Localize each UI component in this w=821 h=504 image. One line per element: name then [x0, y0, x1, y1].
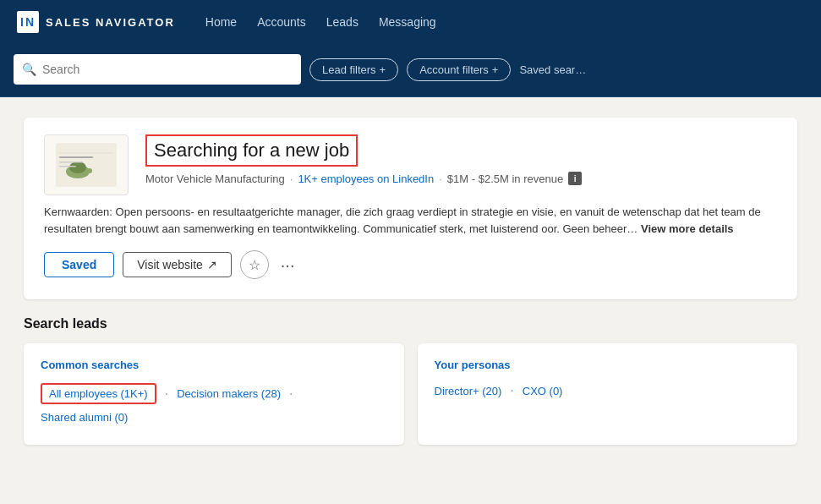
common-searches-links: All employees (1K+) · Decision makers (2…: [41, 383, 387, 404]
shared-alumni-link[interactable]: Shared alumni (0): [41, 411, 387, 424]
nav-accounts[interactable]: Accounts: [257, 15, 306, 29]
brand-logo[interactable]: in SALES NAVIGATOR: [17, 11, 175, 33]
decision-makers-link[interactable]: Decision makers (28): [177, 387, 281, 400]
navigation: in SALES NAVIGATOR Home Accounts Leads M…: [0, 0, 821, 44]
your-personas-card: Your personas Director+ (20) · CXO (0): [418, 343, 798, 445]
view-more-link[interactable]: View more details: [641, 222, 734, 235]
search-input[interactable]: [14, 54, 301, 85]
search-bar: 🔍 Lead filters + Account filters + Saved…: [0, 44, 821, 97]
linkedin-logo-box: in: [17, 11, 39, 33]
svg-point-4: [69, 162, 86, 173]
search-input-container: 🔍: [14, 54, 301, 85]
dot-separator-1: ·: [165, 386, 168, 402]
common-searches-title: Common searches: [41, 359, 387, 371]
leads-cards-row: Common searches All employees (1K+) · De…: [24, 343, 797, 445]
dot-separator-3: ·: [510, 383, 513, 398]
all-employees-link[interactable]: All employees (1K+): [41, 383, 156, 404]
svg-rect-6: [59, 156, 93, 158]
saved-button[interactable]: Saved: [44, 252, 114, 277]
meta-separator-1: ·: [290, 173, 293, 185]
account-card: Searching for a new job Motor Vehicle Ma…: [24, 118, 797, 299]
account-description: Kernwaarden: Open persoons- en resultaat…: [44, 204, 777, 237]
brand-name: SALES NAVIGATOR: [46, 16, 175, 29]
svg-rect-1: [56, 143, 117, 187]
account-card-header: Searching for a new job Motor Vehicle Ma…: [44, 134, 777, 195]
account-name[interactable]: Searching for a new job: [154, 140, 349, 161]
account-revenue: $1M - $2.5M in revenue: [447, 173, 563, 185]
star-button[interactable]: ☆: [240, 250, 269, 279]
info-icon[interactable]: i: [568, 172, 582, 185]
nav-messaging[interactable]: Messaging: [379, 15, 436, 29]
plus-icon: +: [380, 63, 386, 76]
main-content: Searching for a new job Motor Vehicle Ma…: [0, 97, 821, 504]
svg-point-5: [87, 168, 92, 173]
external-link-icon: ↗: [207, 258, 217, 271]
account-filters-button[interactable]: Account filters +: [407, 58, 511, 81]
nav-links: Home Accounts Leads Messaging: [205, 15, 436, 29]
dot-separator-2: ·: [289, 386, 293, 402]
director-link[interactable]: Director+ (20): [435, 385, 502, 397]
nav-leads[interactable]: Leads: [326, 15, 359, 29]
lead-filters-button[interactable]: Lead filters +: [309, 58, 398, 81]
account-employees-link[interactable]: 1K+ employees on LinkedIn: [298, 173, 434, 185]
account-industry: Motor Vehicle Manufacturing: [145, 173, 285, 185]
saved-search-link[interactable]: Saved sear…: [519, 63, 586, 76]
svg-rect-8: [59, 166, 76, 167]
nav-home[interactable]: Home: [205, 15, 237, 29]
account-title-section: Searching for a new job Motor Vehicle Ma…: [145, 134, 777, 185]
svg-rect-7: [59, 162, 83, 163]
account-meta: Motor Vehicle Manufacturing · 1K+ employ…: [145, 172, 777, 185]
company-logo: [44, 134, 129, 195]
description-label: Kernwaarden:: [44, 205, 112, 218]
search-icon: 🔍: [22, 63, 36, 76]
plus-icon-account: +: [492, 63, 499, 76]
account-actions: Saved Visit website ↗ ☆ ···: [44, 250, 777, 279]
meta-separator-2: ·: [439, 173, 442, 185]
search-leads-title: Search leads: [24, 316, 797, 331]
visit-website-button[interactable]: Visit website ↗: [123, 252, 232, 277]
common-searches-card: Common searches All employees (1K+) · De…: [24, 343, 404, 445]
personas-links: Director+ (20) · CXO (0): [435, 383, 781, 398]
your-personas-title: Your personas: [435, 359, 781, 371]
account-name-highlighted: Searching for a new job: [145, 134, 358, 167]
cxo-link[interactable]: CXO (0): [523, 385, 563, 397]
search-leads-section: Search leads Common searches All employe…: [24, 316, 797, 445]
more-options-button[interactable]: ···: [277, 255, 298, 275]
